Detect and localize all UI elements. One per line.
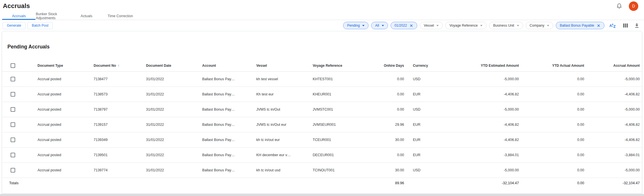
- table-row: Accrual posted713915731/01/2022Ballast B…: [2, 117, 642, 132]
- filter-chip-vessel[interactable]: Vessel: [420, 22, 443, 29]
- filter-chip-voyage-reference[interactable]: Voyage Reference: [445, 22, 487, 29]
- column-header-label: Currency: [413, 64, 428, 68]
- column-header-label: Vessel: [256, 64, 267, 68]
- tab-accruals[interactable]: Accruals: [2, 12, 36, 20]
- cell-ytd-actual-amount: 0.00: [519, 163, 584, 178]
- table-row: Accrual posted713977431/01/2022Ballast B…: [2, 163, 642, 178]
- cell-document-type: Accrual posted: [38, 117, 94, 132]
- column-settings-icon[interactable]: [623, 23, 628, 28]
- horizontal-scrollbar[interactable]: [0, 194, 644, 196]
- cell-document-date: 31/01/2022: [146, 163, 202, 178]
- totals-onhire-days: 89.96: [384, 178, 404, 188]
- cell-document-no: 7139774: [94, 163, 146, 178]
- row-checkbox[interactable]: [11, 138, 15, 142]
- header-checkbox-cell: [2, 60, 38, 71]
- tab-actuals[interactable]: Actuals: [70, 12, 103, 20]
- row-checkbox[interactable]: [11, 107, 15, 112]
- column-header-account[interactable]: Account: [202, 60, 256, 71]
- cell-document-no: 7139157: [94, 117, 146, 132]
- row-checkbox-cell: [2, 132, 38, 147]
- table-row: Accrual posted713879731/01/2022Ballast B…: [2, 102, 642, 117]
- cell-document-no: 7139501: [94, 148, 146, 162]
- cell-onhire-days: 0.00: [384, 102, 404, 117]
- filter-chip-company[interactable]: Company: [526, 22, 553, 29]
- filter-chip-ballast-bonus-payable[interactable]: Ballast Bonus Payable: [556, 22, 604, 29]
- column-header-label: YTD Actual Amount: [552, 64, 584, 68]
- cell-account: Ballast Bonus Pay…: [202, 132, 256, 147]
- column-header-voyage-reference[interactable]: Voyage Reference: [313, 60, 384, 71]
- row-checkbox[interactable]: [11, 168, 15, 173]
- column-header-accrual-amount[interactable]: Accrual Amount: [584, 60, 642, 71]
- app-header: Accruals D: [0, 0, 644, 12]
- sort-alphabetical-icon[interactable]: A Z: [609, 22, 617, 29]
- filter-chip-business-unit[interactable]: Business Unit: [489, 22, 523, 29]
- cell-voyage-reference: KHEUR001: [313, 87, 384, 102]
- table-row: Accrual posted713934931/01/2022Ballast B…: [2, 132, 642, 148]
- column-header-vessel[interactable]: Vessel: [256, 60, 313, 71]
- row-checkbox-cell: [2, 148, 38, 162]
- totals-ytd-estimated-amount: -32,104.47: [438, 178, 519, 188]
- cell-document-no: 7138477: [94, 72, 146, 87]
- clear-filter-icon[interactable]: [597, 24, 600, 28]
- cell-onhire-days: 30.00: [384, 132, 404, 147]
- pending-accruals-card: Pending Accruals Document TypeDocument N…: [2, 31, 642, 194]
- download-icon[interactable]: [635, 23, 639, 28]
- table-header-row: Document TypeDocument No↑Document DateAc…: [2, 60, 642, 72]
- column-header-currency[interactable]: Currency: [404, 60, 438, 71]
- header-actions: D: [616, 1, 641, 11]
- row-checkbox[interactable]: [11, 77, 15, 81]
- filter-chip-all[interactable]: All: [371, 22, 388, 29]
- column-header-document-type[interactable]: Document Type: [38, 60, 94, 71]
- cell-onhire-days: 29.96: [384, 117, 404, 132]
- cell-ytd-estimated-amount: -5,000.00: [438, 102, 519, 117]
- filter-chip-01-2022[interactable]: 01/2022: [391, 22, 417, 29]
- cell-voyage-reference: TCINOUT001: [313, 163, 384, 178]
- cell-document-no: 7139349: [94, 132, 146, 147]
- select-all-checkbox[interactable]: [11, 63, 15, 68]
- cell-vessel: KH december eur v…: [256, 148, 313, 162]
- cell-document-type: Accrual posted: [38, 102, 94, 117]
- cell-document-type: Accrual posted: [38, 148, 94, 162]
- cell-account: Ballast Bonus Pay…: [202, 117, 256, 132]
- column-header-document-no[interactable]: Document No↑: [94, 60, 146, 71]
- cell-vessel: kh tc in/out usd: [256, 163, 313, 178]
- row-checkbox[interactable]: [11, 122, 15, 127]
- row-checkbox[interactable]: [11, 153, 15, 157]
- cell-document-no: 7138573: [94, 87, 146, 102]
- column-header-ytd-estimated-amount[interactable]: YTD Estimated Amount: [438, 60, 519, 71]
- notifications-bell-icon[interactable]: [616, 3, 623, 9]
- filter-chip-pending[interactable]: Pending: [343, 22, 369, 29]
- tab-time-correction[interactable]: Time Correction: [103, 12, 137, 20]
- generate-button[interactable]: Generate: [3, 22, 25, 29]
- column-header-onhire-days[interactable]: Onhire Days: [384, 60, 404, 71]
- cell-document-type: Accrual posted: [38, 132, 94, 147]
- cell-ytd-estimated-amount: -4,406.82: [438, 117, 519, 132]
- clear-filter-icon[interactable]: [409, 24, 413, 28]
- column-header-label: Document Type: [38, 64, 63, 68]
- table-body: Accrual posted713847731/01/2022Ballast B…: [2, 72, 642, 178]
- filter-chip-label: Business Unit: [493, 23, 514, 28]
- row-checkbox-cell: [2, 163, 38, 178]
- cell-voyage-reference: DECEUR001: [313, 148, 384, 162]
- cell-account: Ballast Bonus Pay…: [202, 102, 256, 117]
- cell-ytd-estimated-amount: -5,000.00: [438, 163, 519, 178]
- filter-chip-label: Vessel: [424, 23, 434, 28]
- tab-bar: AccrualsBunker Stock AdjustmentsActualsT…: [2, 12, 644, 20]
- cell-ytd-actual-amount: 0.00: [519, 132, 584, 147]
- column-header-ytd-actual-amount[interactable]: YTD Actual Amount: [519, 60, 584, 71]
- column-header-label: Onhire Days: [384, 64, 404, 68]
- column-header-label: Accrual Amount: [613, 64, 640, 68]
- cell-voyage-reference: KHTEST001: [313, 72, 384, 87]
- cell-ytd-estimated-amount: -4,406.82: [438, 87, 519, 102]
- tab-bunker-stock-adjustments[interactable]: Bunker Stock Adjustments: [36, 12, 70, 20]
- cell-ytd-actual-amount: 0.00: [519, 102, 584, 117]
- svg-text:A: A: [609, 23, 612, 28]
- batch-post-button[interactable]: Batch Post: [27, 22, 53, 29]
- row-checkbox[interactable]: [11, 92, 15, 97]
- section-title: Pending Accruals: [7, 44, 642, 50]
- column-header-document-date[interactable]: Document Date: [146, 60, 202, 71]
- filter-chip-label: 01/2022: [395, 23, 407, 28]
- cell-account: Ballast Bonus Pay…: [202, 163, 256, 178]
- cell-accrual-amount: -4,406.82: [584, 87, 642, 102]
- user-avatar[interactable]: D: [629, 1, 638, 11]
